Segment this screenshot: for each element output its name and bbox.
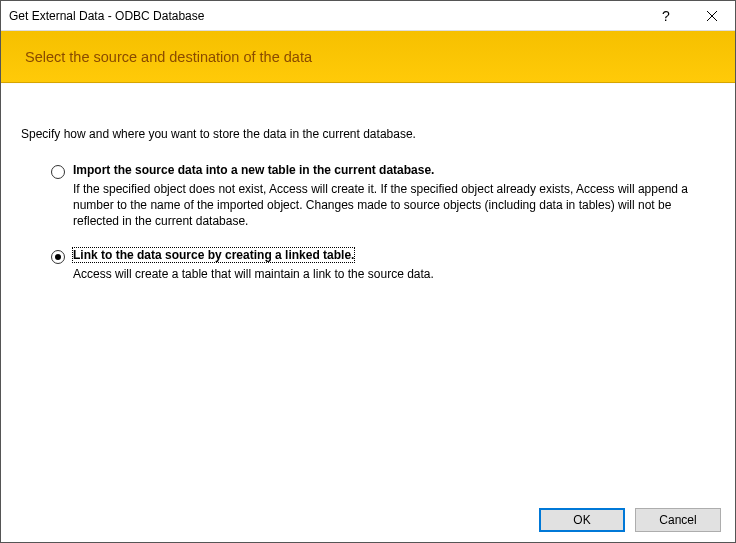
cancel-button[interactable]: Cancel [635,508,721,532]
option-import-label: Import the source data into a new table … [73,163,434,177]
help-button[interactable]: ? [643,1,689,31]
intro-text: Specify how and where you want to store … [21,127,715,141]
radio-link[interactable] [51,250,65,264]
option-import[interactable]: Import the source data into a new table … [51,163,709,230]
title-bar: Get External Data - ODBC Database ? [1,1,735,31]
close-icon [707,11,717,21]
option-link[interactable]: Link to the data source by creating a li… [51,248,709,282]
window-title: Get External Data - ODBC Database [9,9,643,23]
option-link-label: Link to the data source by creating a li… [73,248,354,262]
option-link-text: Link to the data source by creating a li… [73,248,709,282]
banner-title: Select the source and destination of the… [25,49,312,65]
content-area: Specify how and where you want to store … [1,83,735,498]
close-button[interactable] [689,1,735,31]
option-link-desc: Access will create a table that will mai… [73,266,709,282]
dialog-window: Get External Data - ODBC Database ? Sele… [0,0,736,543]
header-banner: Select the source and destination of the… [1,31,735,83]
option-import-text: Import the source data into a new table … [73,163,709,230]
ok-button[interactable]: OK [539,508,625,532]
options-group: Import the source data into a new table … [51,163,709,282]
footer-bar: OK Cancel [1,498,735,542]
radio-import[interactable] [51,165,65,179]
option-import-desc: If the specified object does not exist, … [73,181,709,230]
